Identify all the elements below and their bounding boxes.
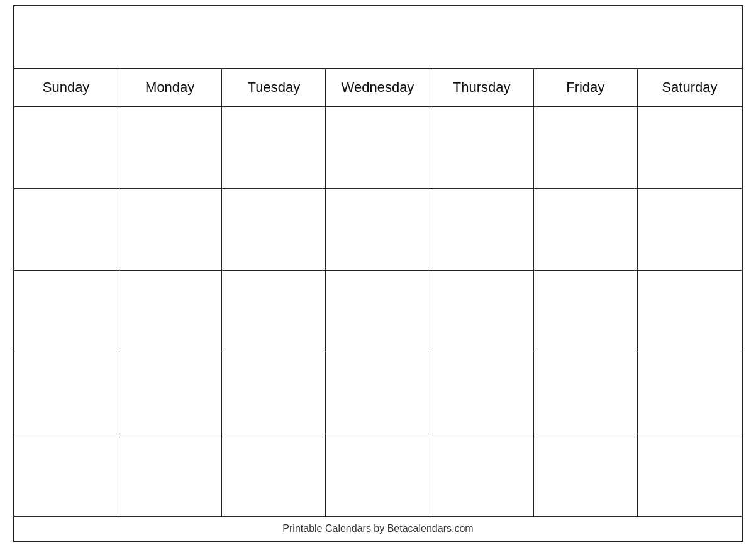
header-friday: Friday (534, 69, 638, 106)
cell-row5-thu[interactable] (430, 434, 534, 516)
cell-row3-wed[interactable] (326, 271, 430, 352)
cell-row2-tue[interactable] (222, 189, 326, 270)
header-wednesday: Wednesday (326, 69, 430, 106)
header-monday: Monday (118, 69, 222, 106)
cell-row1-sun[interactable] (14, 107, 118, 188)
calendar-title-area (14, 6, 742, 69)
cell-row3-mon[interactable] (118, 271, 222, 352)
header-sunday: Sunday (14, 69, 118, 106)
calendar-row-3 (14, 271, 742, 352)
cell-row3-sun[interactable] (14, 271, 118, 352)
cell-row4-wed[interactable] (326, 352, 430, 434)
cell-row2-sun[interactable] (14, 189, 118, 270)
cell-row1-wed[interactable] (326, 107, 430, 188)
calendar-footer: Printable Calendars by Betacalendars.com (14, 516, 742, 541)
cell-row1-tue[interactable] (222, 107, 326, 188)
calendar-row-5 (14, 434, 742, 516)
calendar-container: Sunday Monday Tuesday Wednesday Thursday… (13, 5, 743, 542)
cell-row4-tue[interactable] (222, 352, 326, 434)
cell-row2-mon[interactable] (118, 189, 222, 270)
calendar-body (14, 107, 742, 516)
calendar-row-2 (14, 189, 742, 271)
cell-row2-thu[interactable] (430, 189, 534, 270)
header-thursday: Thursday (430, 69, 534, 106)
cell-row4-fri[interactable] (534, 352, 638, 434)
cell-row1-sat[interactable] (638, 107, 742, 188)
cell-row5-wed[interactable] (326, 434, 430, 516)
cell-row1-fri[interactable] (534, 107, 638, 188)
cell-row5-fri[interactable] (534, 434, 638, 516)
cell-row5-sun[interactable] (14, 434, 118, 516)
cell-row3-sat[interactable] (638, 271, 742, 352)
cell-row2-wed[interactable] (326, 189, 430, 270)
calendar-row-1 (14, 107, 742, 189)
cell-row1-mon[interactable] (118, 107, 222, 188)
cell-row4-sun[interactable] (14, 352, 118, 434)
cell-row3-thu[interactable] (430, 271, 534, 352)
cell-row5-sat[interactable] (638, 434, 742, 516)
cell-row5-mon[interactable] (118, 434, 222, 516)
cell-row3-tue[interactable] (222, 271, 326, 352)
cell-row3-fri[interactable] (534, 271, 638, 352)
calendar-header: Sunday Monday Tuesday Wednesday Thursday… (14, 69, 742, 107)
cell-row4-mon[interactable] (118, 352, 222, 434)
cell-row2-sat[interactable] (638, 189, 742, 270)
header-tuesday: Tuesday (222, 69, 326, 106)
cell-row2-fri[interactable] (534, 189, 638, 270)
cell-row1-thu[interactable] (430, 107, 534, 188)
cell-row4-sat[interactable] (638, 352, 742, 434)
header-saturday: Saturday (638, 69, 742, 106)
calendar-row-4 (14, 352, 742, 434)
cell-row4-thu[interactable] (430, 352, 534, 434)
cell-row5-tue[interactable] (222, 434, 326, 516)
